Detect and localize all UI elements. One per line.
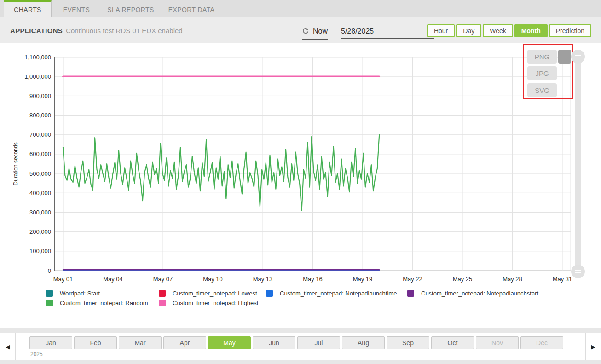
svg-text:300,000: 300,000	[29, 209, 51, 216]
month-aug-button[interactable]: Aug	[342, 336, 385, 349]
month-feb-button[interactable]: Feb	[74, 336, 117, 349]
svg-text:200,000: 200,000	[29, 228, 51, 235]
legend-swatch-purple	[407, 290, 414, 297]
month-apr-button[interactable]: Apr	[163, 336, 206, 349]
month-oct-button[interactable]: Oct	[431, 336, 474, 349]
chart-legend: Wordpad: Start Custom_timer_notepad: Low…	[46, 289, 538, 308]
month-nov-button: Nov	[476, 336, 519, 349]
svg-text:May 16: May 16	[303, 276, 323, 283]
month-jan-button[interactable]: Jan	[29, 336, 72, 349]
svg-text:100,000: 100,000	[29, 248, 51, 254]
interval-button-group: Hour Day Week Month Prediction	[427, 24, 591, 37]
export-menu-button[interactable]: ...	[558, 50, 571, 64]
month-jun-button[interactable]: Jun	[253, 336, 295, 349]
legend-swatch-red	[159, 290, 166, 297]
section-label: APPLICATIONS	[10, 27, 63, 35]
legend-swatch-teal	[46, 290, 53, 297]
legend-item-wordpad-start[interactable]: Wordpad: Start	[46, 289, 159, 298]
application-name: Continuous test RDS 01 EUX enabled	[66, 27, 182, 35]
export-jpg-button[interactable]: JPG	[527, 66, 557, 80]
svg-text:May 19: May 19	[353, 276, 373, 283]
interval-hour-button[interactable]: Hour	[427, 24, 455, 37]
svg-text:May 01: May 01	[53, 276, 73, 283]
tab-export-data[interactable]: EXPORT DATA	[160, 0, 223, 17]
legend-swatch-blue	[266, 290, 273, 297]
svg-text:1,100,000: 1,100,000	[24, 54, 51, 61]
svg-text:400,000: 400,000	[29, 190, 51, 196]
export-svg-button[interactable]: SVG	[527, 83, 557, 97]
slider-grip-icon	[575, 55, 581, 58]
svg-text:May 07: May 07	[153, 276, 173, 283]
chart-header: APPLICATIONSContinuous test RDS 01 EUX e…	[0, 17, 601, 43]
svg-text:0: 0	[48, 267, 51, 274]
month-mar-button[interactable]: Mar	[119, 336, 162, 349]
svg-text:May 31: May 31	[553, 276, 572, 283]
legend-item-notepadlaunchstart[interactable]: Custom_timer_notepad: Notepadlaunchstart	[407, 289, 538, 298]
zoom-slider-handle-bottom[interactable]	[571, 265, 585, 278]
month-sep-button[interactable]: Sep	[387, 336, 429, 349]
svg-text:May 25: May 25	[453, 276, 473, 283]
legend-label: Custom_timer_notepad: Notepadlaunchstart	[421, 290, 538, 297]
legend-swatch-pink	[159, 300, 166, 306]
page-title: APPLICATIONSContinuous test RDS 01 EUX e…	[10, 27, 183, 35]
monitoring-app-window: CHARTS EVENTS SLA REPORTS EXPORT DATA AP…	[0, 0, 601, 364]
tab-sla-reports[interactable]: SLA REPORTS	[101, 0, 160, 17]
slider-grip-icon	[575, 270, 581, 273]
duration-chart[interactable]: 0100,000200,000300,000400,000500,000600,…	[0, 43, 601, 287]
svg-text:600,000: 600,000	[29, 150, 51, 157]
timeline-next-button[interactable]: ▶	[585, 333, 601, 360]
tab-bar: CHARTS EVENTS SLA REPORTS EXPORT DATA	[0, 0, 601, 17]
svg-text:May 10: May 10	[203, 276, 223, 283]
legend-item-random[interactable]: Custom_timer_notepad: Random	[46, 298, 159, 308]
zoom-slider-handle-top[interactable]	[571, 50, 585, 64]
svg-text:May 22: May 22	[403, 276, 422, 283]
export-png-button[interactable]: PNG	[527, 50, 557, 64]
timeline-year-label: 2025	[30, 351, 43, 358]
tab-charts[interactable]: CHARTS	[4, 0, 52, 17]
svg-text:May 04: May 04	[103, 276, 123, 283]
date-value: 5/28/2025	[341, 27, 374, 35]
tab-events[interactable]: EVENTS	[52, 0, 101, 17]
interval-prediction-button[interactable]: Prediction	[549, 24, 591, 37]
legend-swatch-green	[46, 300, 53, 306]
chart-panel: 0100,000200,000300,000400,000500,000600,…	[0, 43, 601, 328]
zoom-slider-track[interactable]	[575, 57, 581, 278]
panel-divider	[0, 328, 601, 333]
month-may-button[interactable]: May	[208, 336, 251, 349]
legend-label: Custom_timer_notepad: Random	[60, 300, 148, 306]
now-button[interactable]: Now	[302, 27, 328, 40]
legend-label: Wordpad: Start	[60, 290, 100, 297]
svg-text:700,000: 700,000	[29, 131, 51, 138]
svg-text:May 13: May 13	[253, 276, 273, 283]
refresh-icon	[302, 28, 309, 35]
month-buttons: Jan Feb Mar Apr May Jun Jul Aug Sep Oct …	[29, 336, 563, 349]
legend-label: Custom_timer_notepad: Notepadlaunchtime	[280, 290, 397, 297]
month-dec-button: Dec	[520, 336, 563, 349]
date-picker-field[interactable]: 5/28/2025	[341, 27, 434, 39]
interval-month-button[interactable]: Month	[514, 24, 548, 37]
legend-item-highest[interactable]: Custom_timer_notepad: Highest	[159, 298, 266, 308]
svg-text:Duration seconds: Duration seconds	[12, 142, 19, 185]
legend-item-notepadlaunchtime[interactable]: Custom_timer_notepad: Notepadlaunchtime	[266, 289, 407, 298]
svg-text:1,000,000: 1,000,000	[24, 73, 51, 80]
svg-text:800,000: 800,000	[29, 112, 51, 119]
legend-label: Custom_timer_notepad: Lowest	[173, 290, 257, 297]
interval-day-button[interactable]: Day	[456, 24, 481, 37]
svg-text:900,000: 900,000	[29, 92, 51, 99]
svg-text:500,000: 500,000	[29, 170, 51, 177]
month-timeline-bar: ◀ Jan Feb Mar Apr May Jun Jul Aug Sep Oc…	[0, 333, 601, 360]
svg-text:May 28: May 28	[503, 276, 522, 283]
legend-item-lowest[interactable]: Custom_timer_notepad: Lowest	[159, 289, 266, 298]
timeline-prev-button[interactable]: ◀	[0, 333, 16, 360]
month-jul-button[interactable]: Jul	[297, 336, 340, 349]
interval-week-button[interactable]: Week	[483, 24, 513, 37]
legend-label: Custom_timer_notepad: Highest	[173, 300, 258, 306]
now-label: Now	[313, 27, 328, 35]
